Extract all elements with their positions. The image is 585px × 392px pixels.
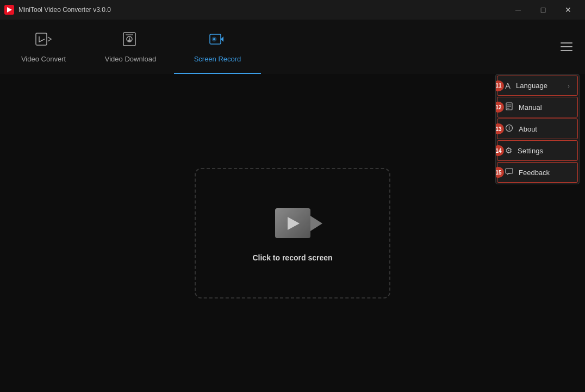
app-icon [4,5,14,15]
minimize-button[interactable]: ─ [506,0,531,20]
settings-label: Settings [518,147,543,155]
svg-rect-2 [36,33,47,45]
badge-feedback: 15 [495,167,504,178]
badge-settings: 14 [495,145,504,156]
tab-video-convert[interactable]: Video Convert [0,20,87,74]
maximize-button[interactable]: □ [531,0,556,20]
badge-about: 13 [495,123,504,134]
menu-button[interactable] [557,37,576,57]
camera-icon [265,204,320,242]
title-bar-controls: ─ □ ✕ [506,0,581,20]
tab-video-convert-label: Video Convert [21,55,66,63]
app-title: MiniTool Video Converter v3.0.0 [18,6,111,14]
tab-screen-record-label: Screen Record [194,55,241,63]
manual-icon [505,102,513,112]
cam-body [275,208,310,238]
title-bar-left: MiniTool Video Converter v3.0.0 [4,5,111,15]
about-label: About [519,125,537,133]
tab-video-download-label: Video Download [105,55,156,63]
chevron-right-icon: › [568,83,570,89]
feedback-icon [505,167,513,177]
close-button[interactable]: ✕ [556,0,581,20]
svg-rect-17 [506,169,513,173]
play-icon [288,217,300,230]
dropdown-item-about[interactable]: 13 i About [497,119,578,139]
record-area[interactable]: Click to record screen [195,168,390,298]
language-icon: A [505,81,511,90]
dropdown-item-feedback[interactable]: 15 Feedback [497,162,578,183]
dropdown-item-language[interactable]: 11 A Language › [497,76,578,96]
tab-screen-record[interactable]: Screen Record [174,20,261,74]
tab-video-download[interactable]: Video Download [87,20,174,74]
badge-language: 11 [495,80,504,91]
about-icon: i [505,124,513,134]
video-convert-icon [35,30,52,51]
svg-point-10 [213,38,215,40]
language-label: Language [516,82,547,90]
record-text: Click to record screen [252,253,332,262]
manual-label: Manual [519,103,542,111]
badge-manual: 12 [495,102,504,113]
dropdown-item-manual[interactable]: 12 Manual [497,97,578,117]
dropdown-item-settings[interactable]: 14 ⚙ Settings [497,140,578,161]
nav-bar: Video Convert Video Download [0,20,585,74]
video-download-icon [122,30,139,51]
nav-tabs: Video Convert Video Download [0,20,261,74]
dropdown-menu: 11 A Language › 12 Manual 13 i About [495,74,580,184]
screen-record-icon [209,30,226,51]
feedback-label: Feedback [519,169,550,177]
cam-lens [310,216,322,231]
settings-icon: ⚙ [505,146,512,155]
title-bar: MiniTool Video Converter v3.0.0 ─ □ ✕ [0,0,585,20]
svg-text:i: i [508,126,510,131]
